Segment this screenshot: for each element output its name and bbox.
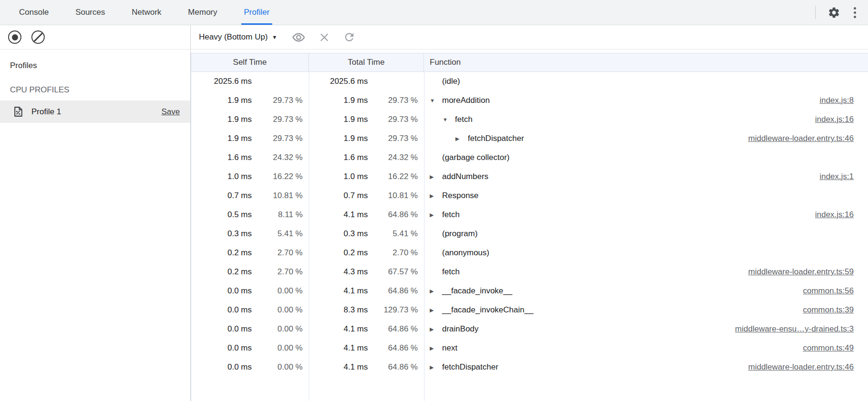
function-cell: (program) [424, 229, 868, 239]
expander-arrow-icon[interactable]: ▶ [430, 326, 442, 332]
source-location-link[interactable]: common.ts:56 [803, 286, 854, 296]
table-row[interactable]: 0.0 ms 0.00 % 4.1 ms 64.86 % ▶ drainBody… [191, 320, 868, 339]
expander-arrow-icon[interactable]: ▶ [430, 307, 442, 313]
tab-label: Network [132, 8, 161, 17]
self-time-ms: 0.3 ms [191, 229, 252, 239]
table-row[interactable]: 1.6 ms 24.32 % 1.6 ms 24.32 % (garbage c… [191, 148, 868, 167]
source-location-link[interactable]: index.js:16 [815, 210, 854, 220]
focus-eye-icon[interactable] [292, 30, 306, 44]
table-row[interactable]: 0.3 ms 5.41 % 0.3 ms 5.41 % (program) [191, 224, 868, 243]
profiles-sidebar: Profiles CPU PROFILES Profile 1 Save [0, 25, 191, 401]
source-location-link[interactable]: middleware-loader.entry.ts:46 [748, 134, 854, 143]
main-area: Profiles CPU PROFILES Profile 1 Save Hea [0, 25, 868, 401]
function-cell: ▶ next common.ts:49 [424, 343, 868, 353]
expander-arrow-icon[interactable]: ▼ [443, 117, 455, 122]
total-time-cell: 4.1 ms 64.86 % [309, 324, 424, 334]
record-icon[interactable] [8, 30, 21, 44]
tab-strip: Console Sources Network Memory Profiler [6, 0, 283, 25]
source-location-link[interactable]: index.js:8 [819, 96, 854, 105]
self-time-percent: 2.70 % [252, 248, 309, 258]
exclude-x-icon[interactable] [318, 31, 330, 43]
tab-profiler[interactable]: Profiler [241, 0, 273, 25]
function-name: (idle) [442, 77, 460, 86]
x-glyph [318, 31, 330, 43]
expander-arrow-icon[interactable]: ▶ [455, 136, 468, 142]
total-time-cell: 1.9 ms 29.73 % [309, 134, 424, 143]
source-location-link[interactable]: index.js:1 [819, 172, 854, 181]
total-time-percent: 129.73 % [368, 305, 424, 315]
eye-glyph [292, 30, 306, 44]
table-row[interactable]: 1.0 ms 16.22 % 1.0 ms 16.22 % ▶ addNumbe… [191, 167, 868, 186]
column-header-function[interactable]: Function [424, 53, 868, 71]
restore-refresh-icon[interactable] [343, 31, 355, 43]
total-time-percent: 64.86 % [368, 286, 424, 296]
self-time-ms: 0.2 ms [191, 248, 252, 258]
table-row[interactable]: 0.2 ms 2.70 % 4.3 ms 67.57 % fetch middl… [191, 262, 868, 281]
table-row[interactable]: 0.0 ms 0.00 % 4.1 ms 64.86 % ▶ fetchDisp… [191, 358, 868, 377]
self-time-percent: 29.73 % [252, 115, 309, 124]
self-time-ms: 0.5 ms [191, 210, 252, 220]
tab-label: Sources [75, 8, 105, 17]
self-time-percent: 5.41 % [252, 229, 309, 239]
expander-arrow-icon[interactable]: ▶ [430, 212, 442, 218]
sidebar-item-profile-1[interactable]: Profile 1 Save [0, 100, 190, 123]
expander-arrow-icon[interactable]: ▼ [430, 98, 442, 103]
table-row[interactable]: 0.0 ms 0.00 % 4.1 ms 64.86 % ▶ next comm… [191, 339, 868, 358]
tab-network[interactable]: Network [129, 0, 164, 25]
self-time-cell: 0.0 ms 0.00 % [191, 362, 309, 372]
total-time-cell: 1.9 ms 29.73 % [309, 115, 424, 124]
source-location-link[interactable]: index.js:16 [815, 115, 854, 124]
table-row[interactable]: 1.9 ms 29.73 % 1.9 ms 29.73 % ▼ fetch in… [191, 110, 868, 129]
expander-arrow-icon[interactable]: ▶ [430, 345, 442, 351]
self-time-cell: 0.0 ms 0.00 % [191, 343, 309, 353]
tabbar-spacer [283, 0, 815, 25]
total-time-ms: 8.3 ms [309, 305, 368, 315]
gear-icon[interactable] [823, 2, 844, 23]
total-time-ms: 1.6 ms [309, 153, 368, 162]
self-time-cell: 2025.6 ms [191, 77, 309, 86]
tab-label: Console [19, 8, 49, 17]
total-time-percent: 64.86 % [368, 210, 424, 220]
function-name: fetch [442, 267, 460, 277]
source-location-link[interactable]: middleware-loader.entry.ts:59 [748, 267, 854, 277]
total-time-cell: 8.3 ms 129.73 % [309, 305, 424, 315]
view-mode-dropdown[interactable]: Heavy (Bottom Up) ▼ [199, 32, 277, 42]
function-cell: ▼ fetch index.js:16 [424, 115, 868, 124]
clear-icon[interactable] [31, 30, 45, 44]
view-mode-value: Heavy (Bottom Up) [199, 32, 268, 42]
column-header-total-time[interactable]: Total Time [309, 53, 424, 71]
source-location-link[interactable]: common.ts:39 [803, 305, 854, 315]
column-header-self-time[interactable]: Self Time [191, 53, 309, 71]
source-location-link[interactable]: middleware-loader.entry.ts:46 [748, 362, 854, 372]
source-location-link[interactable]: common.ts:49 [803, 343, 854, 353]
profiler-panel: Heavy (Bottom Up) ▼ [191, 25, 868, 401]
expander-arrow-icon[interactable]: ▶ [430, 288, 442, 294]
tab-sources[interactable]: Sources [72, 0, 108, 25]
self-time-ms: 0.0 ms [191, 324, 252, 334]
total-time-cell: 0.7 ms 10.81 % [309, 191, 424, 200]
expander-arrow-icon[interactable]: ▶ [430, 193, 442, 199]
table-row[interactable]: 0.7 ms 10.81 % 0.7 ms 10.81 % ▶ Response [191, 186, 868, 205]
source-location-link[interactable]: middleware-ensu…y-drained.ts:3 [735, 324, 854, 334]
function-cell: fetch middleware-loader.entry.ts:59 [424, 267, 868, 277]
self-time-percent: 10.81 % [252, 191, 309, 200]
function-cell: (garbage collector) [424, 153, 868, 162]
table-row[interactable]: 0.0 ms 0.00 % 8.3 ms 129.73 % ▶ __facade… [191, 301, 868, 320]
table-row[interactable]: 1.9 ms 29.73 % 1.9 ms 29.73 % ▶ fetchDis… [191, 129, 868, 148]
total-time-percent: 29.73 % [368, 96, 424, 105]
table-row[interactable]: 1.9 ms 29.73 % 1.9 ms 29.73 % ▼ moreAddi… [191, 91, 868, 110]
table-row[interactable]: 0.0 ms 0.00 % 4.1 ms 64.86 % ▶ __facade_… [191, 281, 868, 301]
total-time-percent: 64.86 % [368, 362, 424, 372]
tab-memory[interactable]: Memory [185, 0, 220, 25]
save-profile-link[interactable]: Save [161, 107, 180, 117]
expander-arrow-icon[interactable]: ▶ [430, 364, 442, 371]
tab-console[interactable]: Console [16, 0, 51, 25]
expander-arrow-icon[interactable]: ▶ [430, 174, 442, 180]
table-row[interactable]: 0.2 ms 2.70 % 0.2 ms 2.70 % (anonymous) [191, 243, 868, 262]
profile-data-grid: Self Time Total Time Function 2025.6 ms … [191, 53, 868, 401]
table-row[interactable]: 2025.6 ms 2025.6 ms (idle) [191, 72, 868, 91]
grid-body: 2025.6 ms 2025.6 ms (idle) 1.9 ms 29.73 … [191, 72, 868, 401]
kebab-menu-icon[interactable] [844, 2, 865, 23]
panel-tab-bar: Console Sources Network Memory Profiler [0, 0, 868, 25]
table-row[interactable]: 0.5 ms 8.11 % 4.1 ms 64.86 % ▶ fetch ind… [191, 205, 868, 224]
